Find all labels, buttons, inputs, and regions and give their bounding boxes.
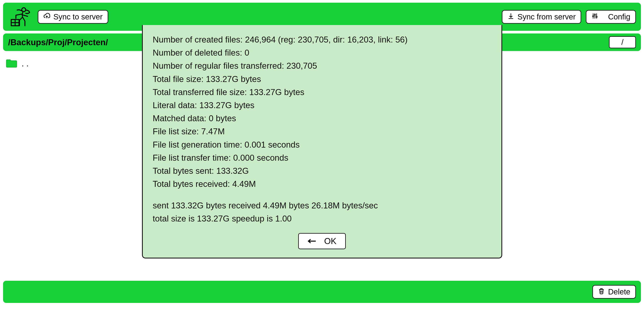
log-line: Total transferred file size: 133.27G byt… — [153, 86, 492, 99]
sync-from-server-button[interactable]: Sync from server — [502, 10, 581, 24]
log-line: Total bytes sent: 133.32G — [153, 164, 492, 177]
trash-icon — [598, 288, 605, 296]
cloud-upload-icon — [43, 12, 50, 21]
sync-from-server-label: Sync from server — [518, 12, 576, 21]
delete-label: Delete — [608, 288, 630, 296]
sync-to-server-label: Sync to server — [53, 12, 103, 21]
sliders-icon — [592, 12, 598, 21]
log-line: Number of regular files transferred: 230… — [153, 59, 492, 72]
current-path: /Backups/Proj/Projecten/ — [8, 37, 108, 47]
sync-to-server-button[interactable]: Sync to server — [38, 10, 108, 24]
log-line: Literal data: 133.27G bytes — [153, 99, 492, 112]
ok-button[interactable]: OK — [298, 233, 346, 249]
log-line: total size is 133.27G speedup is 1.00 — [153, 212, 492, 225]
log-line: Matched data: 0 bytes — [153, 112, 492, 125]
log-line: sent 133.32G bytes received 4.49M bytes … — [153, 199, 492, 212]
svg-point-0 — [22, 8, 26, 11]
config-label: Config — [608, 12, 630, 21]
folder-icon — [6, 59, 17, 68]
svg-point-4 — [596, 16, 597, 17]
footer-bar: Delete — [3, 281, 641, 303]
download-icon — [508, 12, 514, 21]
svg-point-2 — [592, 15, 594, 17]
log-line: File list transfer time: 0.000 seconds — [153, 151, 492, 164]
log-line: Number of created files: 246,964 (reg: 2… — [153, 33, 492, 46]
log-line: Number of deleted files: 0 — [153, 46, 492, 59]
log-line: Total bytes received: 4.49M — [153, 177, 492, 191]
log-blank — [153, 191, 492, 199]
app-logo-icon — [8, 6, 33, 27]
svg-point-3 — [594, 14, 596, 15]
log-line: File list generation time: 0.001 seconds — [153, 138, 492, 151]
path-input[interactable]: / — [609, 36, 636, 48]
log-line: File list size: 7.47M — [153, 125, 492, 138]
arrow-left-icon — [308, 236, 316, 246]
log-line: Total file size: 133.27G bytes — [153, 72, 492, 86]
config-button[interactable]: Config — [586, 10, 636, 24]
delete-button[interactable]: Delete — [592, 285, 636, 299]
ok-label: OK — [324, 236, 336, 246]
list-item-name: . . — [22, 59, 29, 68]
sync-result-dialog: Number of created files: 246,964 (reg: 2… — [142, 25, 502, 259]
